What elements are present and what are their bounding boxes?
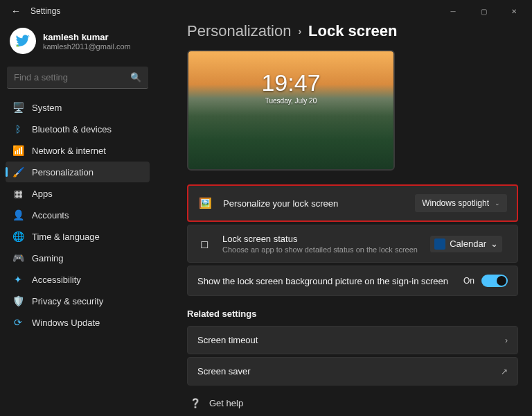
nav-label: System (32, 103, 62, 113)
avatar (10, 28, 36, 54)
personalize-dropdown[interactable]: Windows spotlight ⌄ (415, 194, 507, 212)
related-settings-heading: Related settings (187, 309, 518, 319)
row-title: Show the lock screen background picture … (197, 276, 463, 286)
nav: 🖥️System ᛒBluetooth & devices 📶Network &… (6, 97, 150, 333)
dropdown-value: Windows spotlight (422, 198, 489, 208)
profile-email: kamlesh2011@gmail.com (43, 42, 131, 51)
nav-network[interactable]: 📶Network & internet (6, 140, 150, 161)
nav-label: Apps (32, 189, 53, 199)
nav-gaming[interactable]: 🎮Gaming (6, 248, 150, 268)
accessibility-icon: ✦ (12, 274, 24, 285)
close-button[interactable]: ✕ (499, 1, 529, 21)
chevron-right-icon: › (298, 26, 301, 37)
personalization-icon: 🖌️ (12, 166, 24, 177)
nav-privacy[interactable]: 🛡️Privacy & security (6, 291, 150, 311)
give-feedback-link[interactable]: 📣 Give feedback (187, 413, 518, 416)
nav-label: Accessibility (32, 275, 81, 285)
screen-timeout-row[interactable]: Screen timeout › (187, 326, 518, 354)
maximize-button[interactable]: ▢ (468, 1, 499, 21)
personalize-lock-screen-row[interactable]: 🖼️ Personalize your lock screen Windows … (187, 184, 518, 222)
nav-label: Bluetooth & devices (32, 124, 112, 135)
nav-accessibility[interactable]: ✦Accessibility (6, 269, 150, 290)
nav-label: Windows Update (32, 318, 100, 328)
nav-update[interactable]: ⟳Windows Update (6, 312, 150, 333)
nav-label: Gaming (32, 253, 64, 263)
status-app-chip[interactable]: Calendar ⌄ (430, 236, 502, 252)
chevron-down-icon: ⌄ (490, 239, 498, 249)
nav-label: Accounts (32, 210, 69, 220)
titlebar: ← Settings ─ ▢ ✕ (0, 0, 532, 22)
profile-name: kamlesh kumar (43, 32, 131, 42)
breadcrumb: Personalization › Lock screen (187, 22, 518, 40)
status-app-value: Calendar (450, 239, 486, 249)
breadcrumb-parent[interactable]: Personalization (187, 22, 291, 40)
profile[interactable]: kamlesh kumar kamlesh2011@gmail.com (6, 22, 150, 64)
preview-time: 19:47 (188, 69, 393, 96)
nav-time[interactable]: 🌐Time & language (6, 226, 150, 247)
calendar-icon (434, 239, 445, 250)
help-icon: ❔ (190, 398, 201, 408)
lock-screen-preview: 19:47 Tuesday, July 20 (187, 50, 395, 171)
nav-system[interactable]: 🖥️System (6, 97, 150, 118)
nav-accounts[interactable]: 👤Accounts (6, 205, 150, 225)
accounts-icon: 👤 (12, 209, 24, 220)
row-title: Lock screen status (222, 234, 430, 244)
time-icon: 🌐 (12, 231, 24, 242)
link-label: Get help (209, 398, 243, 408)
row-title: Screen saver (197, 366, 501, 376)
bluetooth-icon: ᛒ (12, 123, 24, 135)
signin-toggle[interactable] (481, 275, 508, 287)
back-button[interactable]: ← (11, 6, 21, 17)
minimize-button[interactable]: ─ (438, 1, 468, 21)
search-input[interactable] (14, 72, 130, 83)
row-title: Screen timeout (197, 335, 505, 345)
status-icon: ◻ (197, 238, 211, 250)
nav-bluetooth[interactable]: ᛒBluetooth & devices (6, 119, 150, 139)
row-title: Personalize your lock screen (223, 198, 415, 209)
preview-date: Tuesday, July 20 (188, 97, 393, 105)
toggle-state: On (463, 276, 475, 286)
apps-icon: ▦ (12, 188, 24, 199)
lock-screen-status-row[interactable]: ◻ Lock screen status Choose an app to sh… (187, 225, 518, 263)
nav-label: Time & language (32, 232, 100, 242)
network-icon: 📶 (12, 145, 24, 156)
gaming-icon: 🎮 (12, 252, 24, 263)
nav-personalization[interactable]: 🖌️Personalization (6, 162, 150, 182)
system-icon: 🖥️ (12, 102, 24, 113)
window-controls: ─ ▢ ✕ (438, 1, 529, 21)
signin-picture-row[interactable]: Show the lock screen background picture … (187, 266, 518, 296)
breadcrumb-current: Lock screen (308, 22, 397, 40)
privacy-icon: 🛡️ (12, 295, 24, 306)
chevron-down-icon: ⌄ (495, 200, 500, 207)
nav-apps[interactable]: ▦Apps (6, 183, 150, 204)
external-link-icon: ↗ (501, 367, 508, 376)
picture-icon: 🖼️ (198, 197, 212, 209)
update-icon: ⟳ (12, 317, 24, 328)
get-help-link[interactable]: ❔ Get help (187, 394, 518, 413)
row-subtitle: Choose an app to show detailed status on… (222, 245, 430, 254)
nav-label: Personalization (32, 167, 94, 177)
screen-saver-row[interactable]: Screen saver ↗ (187, 357, 518, 385)
search-icon: 🔍 (130, 72, 141, 83)
window-title: Settings (30, 6, 60, 16)
chevron-right-icon: › (505, 336, 508, 345)
nav-label: Privacy & security (32, 296, 103, 306)
main-content: Personalization › Lock screen 19:47 Tues… (155, 22, 532, 416)
sidebar: kamlesh kumar kamlesh2011@gmail.com 🔍 🖥️… (0, 22, 155, 416)
search-box[interactable]: 🔍 (7, 67, 148, 89)
nav-label: Network & internet (32, 146, 106, 156)
footer-links: ❔ Get help 📣 Give feedback (187, 394, 518, 416)
